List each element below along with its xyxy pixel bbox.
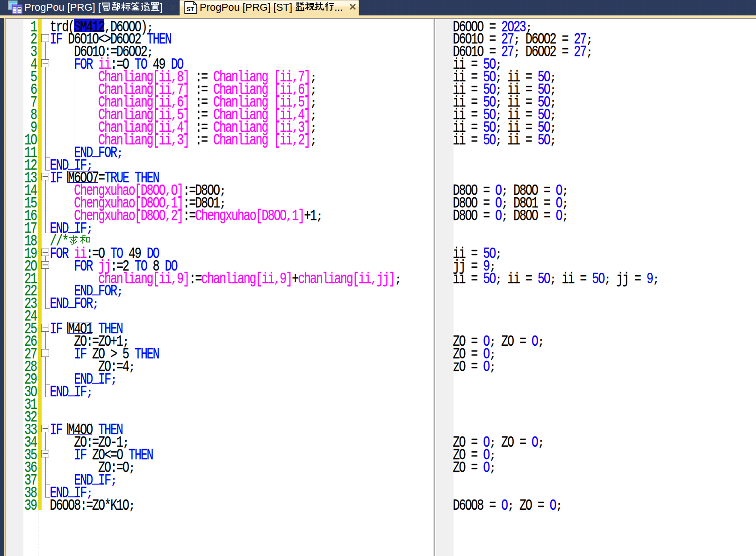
svg-text:ST: ST xyxy=(187,6,194,13)
